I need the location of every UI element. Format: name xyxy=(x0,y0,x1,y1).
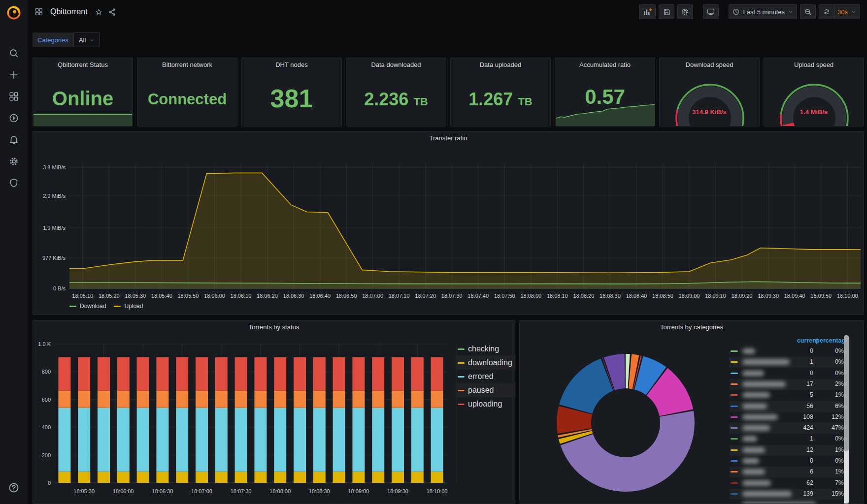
stat-unit: TB xyxy=(518,95,532,108)
svg-text:0: 0 xyxy=(48,480,51,486)
legend-item-upload[interactable]: Upload xyxy=(114,303,143,310)
panel-title[interactable]: Data downloaded xyxy=(346,58,446,71)
bell-icon xyxy=(8,134,19,145)
dashboard-grid-icon[interactable] xyxy=(34,7,43,16)
svg-text:18:07:10: 18:07:10 xyxy=(389,293,410,299)
legend-item-download[interactable]: Download xyxy=(69,303,106,310)
torrents-by-status-chart: 1.0 K800600400200018:05:3018:06:0018:06:… xyxy=(33,333,515,504)
panel-title[interactable]: Qbittorrent Status xyxy=(33,58,133,71)
add-panel-icon xyxy=(642,7,652,17)
category-percentage-value: 7% xyxy=(818,479,844,486)
category-current-value: 62 xyxy=(784,479,813,486)
category-current-value: 0 xyxy=(784,370,813,377)
variable-value-dropdown[interactable]: All xyxy=(73,32,100,47)
legend-item-uploading[interactable]: uploading xyxy=(456,397,515,411)
category-label-blurred xyxy=(742,414,778,420)
add-panel-button[interactable] xyxy=(639,4,656,19)
category-color-dash xyxy=(731,493,738,495)
svg-text:18:08:10: 18:08:10 xyxy=(547,293,568,299)
panel-title[interactable]: Accumulated ratio xyxy=(555,58,655,71)
refresh-button[interactable] xyxy=(819,4,834,19)
svg-text:18:09:50: 18:09:50 xyxy=(810,293,832,299)
svg-text:18:08:30: 18:08:30 xyxy=(309,488,330,494)
sidebar-item-create[interactable] xyxy=(5,67,22,82)
sidebar-item-configuration[interactable] xyxy=(5,154,22,169)
search-icon xyxy=(8,48,19,59)
sidebar-item-explore[interactable] xyxy=(5,110,22,126)
svg-text:600: 600 xyxy=(42,397,51,403)
table-row: 1 0% xyxy=(730,434,844,444)
panel-title[interactable]: Transfer ratio xyxy=(33,131,864,144)
table-row: 424 47% xyxy=(730,423,844,434)
sidebar-item-alerting[interactable] xyxy=(5,132,22,147)
svg-text:18:05:30: 18:05:30 xyxy=(125,293,146,299)
svg-text:18:05:50: 18:05:50 xyxy=(177,293,199,299)
category-color-dash xyxy=(731,482,738,484)
panel-title[interactable]: Data uploaded xyxy=(451,58,550,71)
sidebar-item-dashboards[interactable] xyxy=(5,89,22,104)
zoom-out-button[interactable] xyxy=(800,4,816,19)
legend-item-checking[interactable]: checking xyxy=(456,342,515,356)
category-percentage-value: 1% xyxy=(818,391,844,398)
svg-text:18:07:30: 18:07:30 xyxy=(231,488,252,494)
download-speed-gauge xyxy=(660,71,760,126)
table-row: 0 0% xyxy=(730,456,844,467)
svg-text:18:09:30: 18:09:30 xyxy=(387,488,408,494)
save-dashboard-button[interactable] xyxy=(659,4,674,19)
svg-text:18:07:30: 18:07:30 xyxy=(441,293,463,299)
refresh-interval-picker[interactable]: 30s xyxy=(834,4,860,19)
refresh-icon xyxy=(823,8,831,16)
panel-title[interactable]: Bittorrent network xyxy=(137,58,237,71)
share-icon[interactable] xyxy=(108,8,116,16)
table-row: 5 1% xyxy=(730,390,844,401)
dashboard-title[interactable]: Qbittorrent xyxy=(50,7,88,16)
time-range-picker[interactable]: Last 5 minutes xyxy=(729,4,797,19)
category-label-blurred xyxy=(742,458,759,464)
topbar: Qbittorrent Last 5 minutes xyxy=(28,0,867,24)
category-percentage-value: 0% xyxy=(818,435,844,442)
category-label-blurred xyxy=(742,404,767,409)
legend-item-downloading[interactable]: downloading xyxy=(456,356,515,370)
category-label-blurred xyxy=(742,469,765,474)
svg-text:18:08:30: 18:08:30 xyxy=(600,293,621,299)
table-scrollbar-thumb xyxy=(844,335,849,451)
stat-value: 1.267 TB xyxy=(451,91,550,108)
panel-title[interactable]: Torrents by categories xyxy=(520,320,864,333)
help-icon xyxy=(8,482,20,494)
table-row: 0 0% xyxy=(730,368,844,379)
variable-label-categories[interactable]: Categories xyxy=(33,32,73,47)
svg-text:18:07:00: 18:07:00 xyxy=(191,488,212,494)
category-label-blurred xyxy=(742,480,771,486)
cycle-view-mode-button[interactable] xyxy=(703,4,719,19)
sidebar-item-search[interactable] xyxy=(5,45,22,61)
star-icon[interactable] xyxy=(95,8,103,16)
panel-torrents-by-status: Torrents by status 1.0 K800600400200018:… xyxy=(33,320,515,504)
gauge-value: 1.4 MiB/s xyxy=(764,108,864,116)
table-row: 139 15% xyxy=(730,489,844,500)
panel-torrents-by-categories: Torrents by categories current percentag… xyxy=(519,320,864,504)
legend-item-errored[interactable]: errored xyxy=(456,370,515,383)
table-scrollbar[interactable] xyxy=(844,335,849,504)
svg-text:18:09:00: 18:09:00 xyxy=(348,488,369,494)
category-color-dash xyxy=(731,460,738,462)
svg-text:3.8 MiB/s: 3.8 MiB/s xyxy=(43,164,66,170)
legend-dash xyxy=(458,404,465,405)
category-current-value: 0 xyxy=(784,457,813,464)
sidebar-item-server-admin[interactable] xyxy=(5,175,22,190)
legend-item-paused[interactable]: paused xyxy=(456,383,515,397)
panel-accumulated-ratio: Accumulated ratio 0.57 xyxy=(555,58,655,126)
panel-title[interactable]: Download speed xyxy=(660,58,759,71)
dashboard-settings-button[interactable] xyxy=(677,4,693,19)
grafana-logo[interactable] xyxy=(0,0,28,26)
panel-title[interactable]: Upload speed xyxy=(764,58,864,71)
panel-title[interactable]: Torrents by status xyxy=(33,320,515,333)
category-label-blurred xyxy=(742,348,755,354)
category-current-value: 1 xyxy=(784,435,813,442)
sidebar-item-help[interactable] xyxy=(5,480,22,495)
category-label-blurred xyxy=(742,381,786,387)
dashboards-grid-icon xyxy=(8,91,19,102)
category-color-dash xyxy=(731,373,738,374)
panel-title[interactable]: DHT nodes xyxy=(242,58,341,71)
category-percentage-value: 1% xyxy=(818,446,844,453)
table-header-percentage[interactable]: percentage xyxy=(810,337,849,344)
